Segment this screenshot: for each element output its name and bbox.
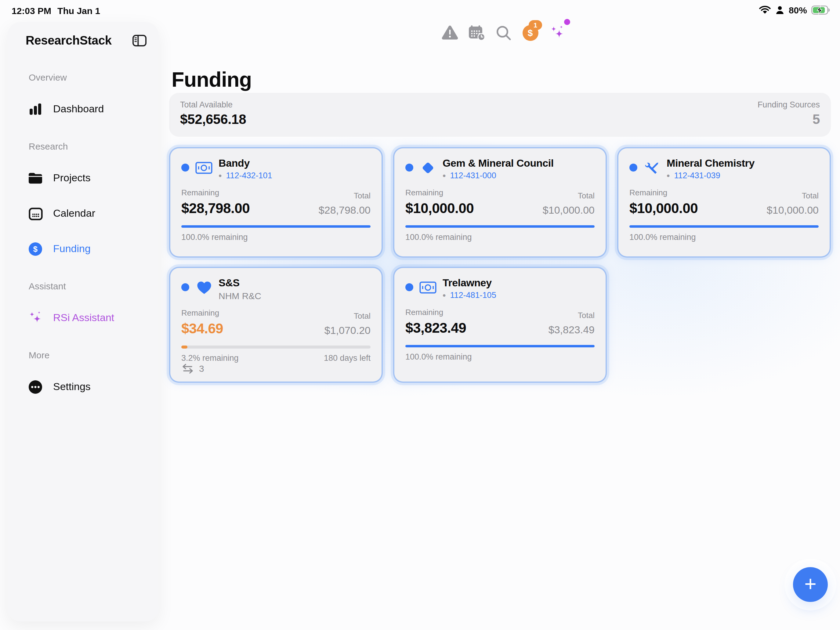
bullet-icon: •: [219, 173, 222, 179]
funding-sources-label: Funding Sources: [758, 100, 820, 109]
card-header: Trelawney • 112-481-105: [405, 278, 595, 300]
card-code-row: • 112-431-000: [442, 172, 554, 180]
funding-card-trelawney[interactable]: Trelawney • 112-481-105 Remaining $3,823…: [393, 267, 607, 383]
sidebar-item-label: RSi Assistant: [53, 312, 114, 324]
funding-cards-grid: Bandy • 112-432-101 Remaining $28,798.00…: [169, 147, 831, 383]
sidebar-item-projects[interactable]: Projects: [27, 170, 159, 187]
percent-remaining-label: 100.0% remaining: [629, 232, 696, 242]
remaining-value: $10,000.00: [629, 200, 698, 216]
warning-icon: [441, 25, 458, 40]
sidebar-item-rsi-assistant[interactable]: RSi Assistant: [27, 309, 159, 327]
progress-track: [405, 225, 595, 228]
sidebar-item-funding[interactable]: $Funding: [27, 240, 159, 257]
assistant-notification-dot: [564, 19, 570, 25]
sidebar-item-label: Calendar: [53, 208, 95, 220]
banknote-icon: [195, 161, 212, 175]
transfer-icon: [182, 363, 194, 373]
funding-alerts-button[interactable]: $ 1: [522, 24, 538, 41]
card-title: Gem & Mineral Council: [442, 158, 554, 169]
days-left-label: 180 days left: [324, 353, 371, 362]
status-bar: 12:03 PM Thu Jan 1 80%: [0, 0, 840, 19]
sidebar-section-research: Research: [29, 141, 159, 152]
calendar-clock-icon: [468, 25, 485, 41]
status-dot-icon: [181, 164, 189, 172]
total-available-block: Total Available $52,656.18: [180, 100, 246, 128]
funding-card-gem-mineral-council[interactable]: Gem & Mineral Council • 112-431-000 Rema…: [393, 147, 607, 257]
grant-code-link[interactable]: 112-432-101: [226, 172, 272, 180]
sidebar-item-label: Settings: [53, 381, 91, 393]
funding-card-mineral-chemistry[interactable]: Mineral Chemistry • 112-431-039 Remainin…: [617, 147, 831, 257]
wifi-icon: [759, 5, 771, 15]
funding-sources-count: 5: [758, 112, 820, 128]
progress-track: [405, 344, 595, 347]
transfer-count: 3: [199, 363, 204, 374]
dollar-badge: 1: [529, 20, 542, 30]
user-icon: [775, 5, 785, 15]
status-dot-icon: [405, 164, 413, 172]
sidebar: ResearchStack OverviewDashboardResearchP…: [7, 22, 159, 621]
sidebar-section-assistant: Assistant: [29, 281, 159, 291]
card-subtitle: NHM R&C: [219, 291, 261, 300]
status-dot-icon: [405, 283, 413, 291]
sidebar-item-calendar[interactable]: Calendar: [27, 205, 159, 222]
remaining-label: Remaining: [629, 188, 698, 197]
remaining-value: $3,823.49: [405, 320, 466, 336]
diamond-icon: [419, 161, 436, 175]
remaining-label: Remaining: [405, 188, 474, 197]
total-label: Total: [548, 310, 595, 320]
calendar-schedule-button[interactable]: [468, 24, 485, 41]
app-title: ResearchStack: [26, 33, 112, 47]
sparkles-icon: [548, 24, 565, 41]
percent-remaining-label: 100.0% remaining: [405, 352, 472, 362]
grant-code-link[interactable]: 112-431-039: [674, 172, 720, 180]
progress-fill: [629, 225, 819, 228]
grant-code-link[interactable]: 112-431-000: [450, 172, 496, 180]
sidebar-item-dashboard[interactable]: Dashboard: [27, 101, 159, 118]
funding-card-s-s[interactable]: S&S • NHM R&C Remaining $34.69 Total $1,…: [169, 267, 383, 383]
remaining-value: $34.69: [181, 321, 223, 337]
sparkles-icon: [27, 310, 43, 326]
sidebar-item-label: Dashboard: [53, 103, 104, 115]
progress-fill: [405, 225, 595, 228]
card-header: Mineral Chemistry • 112-431-039: [629, 158, 819, 180]
status-dot-icon: [181, 283, 189, 291]
add-funding-button[interactable]: +: [793, 567, 828, 602]
app-screen: 12:03 PM Thu Jan 1 80% Researc: [0, 0, 840, 630]
sidebar-item-label: Funding: [53, 243, 91, 255]
total-available-value: $52,656.18: [180, 112, 246, 128]
sidebar-section-overview: Overview: [29, 72, 159, 82]
assistant-button[interactable]: [549, 24, 565, 41]
svg-text:$: $: [33, 245, 38, 254]
total-value: $3,823.49: [548, 324, 595, 336]
percent-remaining-label: 100.0% remaining: [181, 232, 248, 242]
status-indicators: 80%: [759, 5, 830, 15]
card-header: S&S • NHM R&C: [181, 278, 371, 300]
percent-remaining-label: 3.2% remaining: [181, 353, 239, 362]
card-code-row: • 112-431-039: [666, 172, 755, 180]
card-code-row: • 112-481-105: [442, 291, 496, 300]
card-header: Gem & Mineral Council • 112-431-000: [405, 158, 595, 180]
total-value: $10,000.00: [543, 204, 595, 216]
progress-track: [629, 225, 819, 228]
folder-icon: [27, 171, 43, 186]
sidebar-toggle-icon[interactable]: [132, 33, 147, 47]
battery-charging-icon: [811, 5, 830, 15]
card-header: Bandy • 112-432-101: [181, 158, 371, 180]
progress-track: [181, 225, 371, 228]
bullet-icon: •: [442, 173, 446, 179]
funding-summary-bar: Total Available $52,656.18 Funding Sourc…: [169, 93, 831, 137]
funding-card-bandy[interactable]: Bandy • 112-432-101 Remaining $28,798.00…: [169, 147, 383, 257]
sidebar-nav: OverviewDashboardResearchProjectsCalenda…: [7, 72, 159, 396]
status-time-date: 12:03 PM Thu Jan 1: [12, 5, 100, 16]
card-title: S&S: [219, 278, 261, 288]
alerts-warning-button[interactable]: [441, 24, 458, 41]
search-button[interactable]: [495, 24, 512, 41]
status-date: Thu Jan 1: [57, 5, 100, 16]
remaining-label: Remaining: [181, 308, 223, 317]
grant-code-link[interactable]: 112-481-105: [450, 291, 496, 300]
remaining-label: Remaining: [405, 307, 466, 317]
sidebar-item-settings[interactable]: Settings: [27, 379, 159, 396]
sidebar-section-more: More: [29, 350, 159, 360]
toolbar: $ 1: [441, 24, 565, 41]
total-value: $1,070.20: [324, 325, 371, 337]
